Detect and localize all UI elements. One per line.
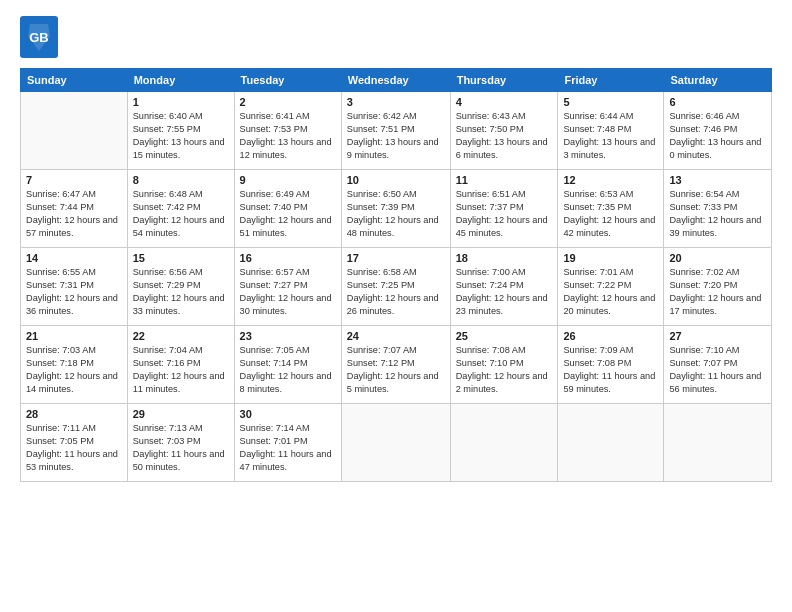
- day-info: Sunrise: 6:57 AMSunset: 7:27 PMDaylight:…: [240, 266, 336, 318]
- calendar-cell: [341, 404, 450, 482]
- day-number: 1: [133, 96, 229, 108]
- weekday-header-friday: Friday: [558, 69, 664, 92]
- day-info: Sunrise: 6:53 AMSunset: 7:35 PMDaylight:…: [563, 188, 658, 240]
- day-number: 7: [26, 174, 122, 186]
- weekday-header-sunday: Sunday: [21, 69, 128, 92]
- day-info: Sunrise: 6:50 AMSunset: 7:39 PMDaylight:…: [347, 188, 445, 240]
- day-number: 18: [456, 252, 553, 264]
- day-info: Sunrise: 7:10 AMSunset: 7:07 PMDaylight:…: [669, 344, 766, 396]
- day-number: 17: [347, 252, 445, 264]
- day-number: 13: [669, 174, 766, 186]
- day-info: Sunrise: 7:04 AMSunset: 7:16 PMDaylight:…: [133, 344, 229, 396]
- day-number: 4: [456, 96, 553, 108]
- calendar-cell: 1Sunrise: 6:40 AMSunset: 7:55 PMDaylight…: [127, 92, 234, 170]
- day-number: 12: [563, 174, 658, 186]
- calendar-cell: 11Sunrise: 6:51 AMSunset: 7:37 PMDayligh…: [450, 170, 558, 248]
- calendar-cell: 9Sunrise: 6:49 AMSunset: 7:40 PMDaylight…: [234, 170, 341, 248]
- calendar-cell: 14Sunrise: 6:55 AMSunset: 7:31 PMDayligh…: [21, 248, 128, 326]
- day-info: Sunrise: 6:41 AMSunset: 7:53 PMDaylight:…: [240, 110, 336, 162]
- day-number: 26: [563, 330, 658, 342]
- day-info: Sunrise: 6:46 AMSunset: 7:46 PMDaylight:…: [669, 110, 766, 162]
- day-number: 10: [347, 174, 445, 186]
- day-info: Sunrise: 6:51 AMSunset: 7:37 PMDaylight:…: [456, 188, 553, 240]
- day-number: 29: [133, 408, 229, 420]
- calendar-cell: 25Sunrise: 7:08 AMSunset: 7:10 PMDayligh…: [450, 326, 558, 404]
- day-info: Sunrise: 6:47 AMSunset: 7:44 PMDaylight:…: [26, 188, 122, 240]
- calendar-cell: 28Sunrise: 7:11 AMSunset: 7:05 PMDayligh…: [21, 404, 128, 482]
- calendar-cell: 15Sunrise: 6:56 AMSunset: 7:29 PMDayligh…: [127, 248, 234, 326]
- day-info: Sunrise: 6:48 AMSunset: 7:42 PMDaylight:…: [133, 188, 229, 240]
- calendar-cell: 3Sunrise: 6:42 AMSunset: 7:51 PMDaylight…: [341, 92, 450, 170]
- day-number: 23: [240, 330, 336, 342]
- calendar-cell: [558, 404, 664, 482]
- day-info: Sunrise: 6:58 AMSunset: 7:25 PMDaylight:…: [347, 266, 445, 318]
- calendar-cell: 21Sunrise: 7:03 AMSunset: 7:18 PMDayligh…: [21, 326, 128, 404]
- day-info: Sunrise: 7:00 AMSunset: 7:24 PMDaylight:…: [456, 266, 553, 318]
- calendar-cell: 4Sunrise: 6:43 AMSunset: 7:50 PMDaylight…: [450, 92, 558, 170]
- day-number: 19: [563, 252, 658, 264]
- day-info: Sunrise: 6:49 AMSunset: 7:40 PMDaylight:…: [240, 188, 336, 240]
- calendar-cell: 19Sunrise: 7:01 AMSunset: 7:22 PMDayligh…: [558, 248, 664, 326]
- weekday-header-thursday: Thursday: [450, 69, 558, 92]
- day-number: 5: [563, 96, 658, 108]
- calendar-cell: 17Sunrise: 6:58 AMSunset: 7:25 PMDayligh…: [341, 248, 450, 326]
- calendar-cell: [21, 92, 128, 170]
- day-info: Sunrise: 7:05 AMSunset: 7:14 PMDaylight:…: [240, 344, 336, 396]
- day-info: Sunrise: 6:44 AMSunset: 7:48 PMDaylight:…: [563, 110, 658, 162]
- day-info: Sunrise: 6:54 AMSunset: 7:33 PMDaylight:…: [669, 188, 766, 240]
- day-info: Sunrise: 6:42 AMSunset: 7:51 PMDaylight:…: [347, 110, 445, 162]
- day-number: 20: [669, 252, 766, 264]
- day-info: Sunrise: 7:13 AMSunset: 7:03 PMDaylight:…: [133, 422, 229, 474]
- day-info: Sunrise: 7:08 AMSunset: 7:10 PMDaylight:…: [456, 344, 553, 396]
- calendar-cell: 18Sunrise: 7:00 AMSunset: 7:24 PMDayligh…: [450, 248, 558, 326]
- calendar-cell: 6Sunrise: 6:46 AMSunset: 7:46 PMDaylight…: [664, 92, 772, 170]
- calendar-cell: 13Sunrise: 6:54 AMSunset: 7:33 PMDayligh…: [664, 170, 772, 248]
- day-number: 27: [669, 330, 766, 342]
- weekday-header-wednesday: Wednesday: [341, 69, 450, 92]
- day-info: Sunrise: 7:14 AMSunset: 7:01 PMDaylight:…: [240, 422, 336, 474]
- day-info: Sunrise: 7:11 AMSunset: 7:05 PMDaylight:…: [26, 422, 122, 474]
- day-number: 22: [133, 330, 229, 342]
- day-info: Sunrise: 6:43 AMSunset: 7:50 PMDaylight:…: [456, 110, 553, 162]
- day-number: 11: [456, 174, 553, 186]
- day-number: 6: [669, 96, 766, 108]
- calendar-cell: 2Sunrise: 6:41 AMSunset: 7:53 PMDaylight…: [234, 92, 341, 170]
- calendar-cell: 27Sunrise: 7:10 AMSunset: 7:07 PMDayligh…: [664, 326, 772, 404]
- day-number: 8: [133, 174, 229, 186]
- calendar-cell: 30Sunrise: 7:14 AMSunset: 7:01 PMDayligh…: [234, 404, 341, 482]
- day-number: 25: [456, 330, 553, 342]
- day-number: 2: [240, 96, 336, 108]
- logo-icon: GB: [20, 16, 58, 58]
- day-info: Sunrise: 7:01 AMSunset: 7:22 PMDaylight:…: [563, 266, 658, 318]
- day-info: Sunrise: 6:40 AMSunset: 7:55 PMDaylight:…: [133, 110, 229, 162]
- calendar-cell: 23Sunrise: 7:05 AMSunset: 7:14 PMDayligh…: [234, 326, 341, 404]
- calendar-cell: 10Sunrise: 6:50 AMSunset: 7:39 PMDayligh…: [341, 170, 450, 248]
- weekday-header-monday: Monday: [127, 69, 234, 92]
- calendar-cell: 5Sunrise: 6:44 AMSunset: 7:48 PMDaylight…: [558, 92, 664, 170]
- calendar-cell: 8Sunrise: 6:48 AMSunset: 7:42 PMDaylight…: [127, 170, 234, 248]
- calendar-cell: 20Sunrise: 7:02 AMSunset: 7:20 PMDayligh…: [664, 248, 772, 326]
- svg-text:GB: GB: [29, 30, 49, 45]
- calendar-cell: 26Sunrise: 7:09 AMSunset: 7:08 PMDayligh…: [558, 326, 664, 404]
- day-number: 28: [26, 408, 122, 420]
- day-info: Sunrise: 6:56 AMSunset: 7:29 PMDaylight:…: [133, 266, 229, 318]
- calendar-cell: 22Sunrise: 7:04 AMSunset: 7:16 PMDayligh…: [127, 326, 234, 404]
- calendar-cell: 24Sunrise: 7:07 AMSunset: 7:12 PMDayligh…: [341, 326, 450, 404]
- weekday-header-saturday: Saturday: [664, 69, 772, 92]
- day-info: Sunrise: 6:55 AMSunset: 7:31 PMDaylight:…: [26, 266, 122, 318]
- weekday-header-tuesday: Tuesday: [234, 69, 341, 92]
- calendar-cell: 12Sunrise: 6:53 AMSunset: 7:35 PMDayligh…: [558, 170, 664, 248]
- day-info: Sunrise: 7:09 AMSunset: 7:08 PMDaylight:…: [563, 344, 658, 396]
- day-number: 16: [240, 252, 336, 264]
- calendar-cell: 16Sunrise: 6:57 AMSunset: 7:27 PMDayligh…: [234, 248, 341, 326]
- day-number: 15: [133, 252, 229, 264]
- day-number: 9: [240, 174, 336, 186]
- day-number: 3: [347, 96, 445, 108]
- calendar-cell: [450, 404, 558, 482]
- day-info: Sunrise: 7:02 AMSunset: 7:20 PMDaylight:…: [669, 266, 766, 318]
- day-number: 24: [347, 330, 445, 342]
- day-number: 30: [240, 408, 336, 420]
- logo: GB: [20, 16, 62, 58]
- day-info: Sunrise: 7:07 AMSunset: 7:12 PMDaylight:…: [347, 344, 445, 396]
- day-number: 21: [26, 330, 122, 342]
